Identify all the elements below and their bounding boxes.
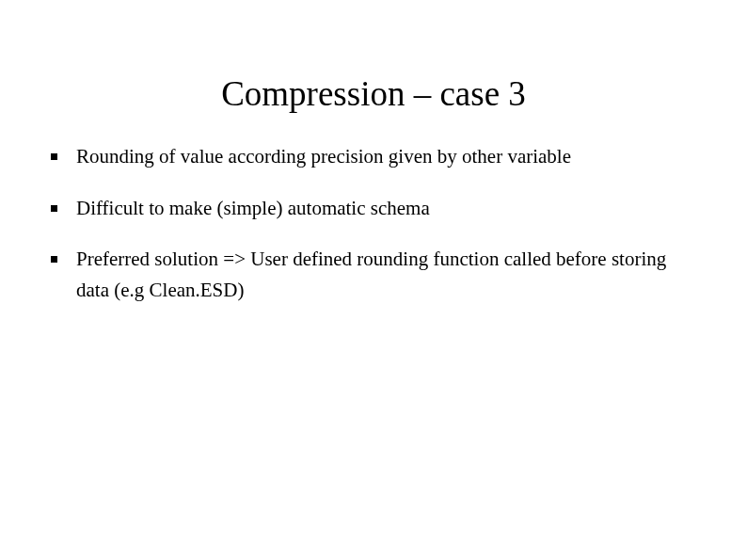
bullet-icon	[51, 153, 57, 160]
bullet-text: Difficult to make (simple) automatic sch…	[76, 193, 696, 224]
slide-title: Compression – case 3	[0, 73, 747, 114]
list-item: Preferred solution => User defined round…	[51, 244, 696, 305]
slide: Compression – case 3 Rounding of value a…	[0, 0, 747, 560]
list-item: Difficult to make (simple) automatic sch…	[51, 193, 696, 224]
bullet-icon	[51, 256, 57, 263]
bullet-text: Preferred solution => User defined round…	[76, 244, 696, 305]
bullet-text: Rounding of value according precision gi…	[76, 141, 696, 172]
bullet-icon	[51, 205, 57, 212]
list-item: Rounding of value according precision gi…	[51, 141, 696, 172]
bullet-list: Rounding of value according precision gi…	[51, 141, 696, 326]
